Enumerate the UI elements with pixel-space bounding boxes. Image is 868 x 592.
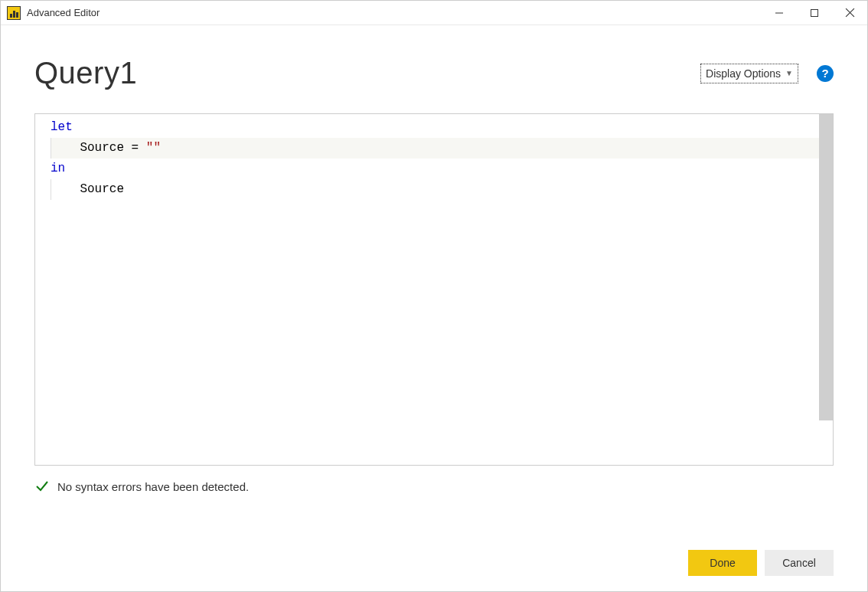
header-row: Query1 Display Options ▼ ?: [34, 56, 834, 90]
code-line[interactable]: Source = "": [51, 138, 827, 159]
app-icon: [7, 6, 21, 20]
maximize-button[interactable]: [797, 1, 832, 25]
minimize-button[interactable]: [762, 1, 797, 25]
help-icon[interactable]: ?: [817, 65, 834, 82]
window-title: Advanced Editor: [27, 7, 762, 18]
status-message: No syntax errors have been detected.: [57, 480, 249, 493]
svg-rect-1: [811, 9, 818, 16]
done-button[interactable]: Done: [688, 550, 757, 576]
titlebar: Advanced Editor: [1, 1, 867, 25]
vertical-scrollbar[interactable]: [819, 114, 833, 420]
status-row: No syntax errors have been detected.: [34, 478, 834, 496]
display-options-label: Display Options: [706, 67, 781, 80]
cancel-button[interactable]: Cancel: [765, 550, 834, 576]
display-options-dropdown[interactable]: Display Options ▼: [700, 64, 798, 83]
window-controls: [762, 1, 867, 25]
code-line[interactable]: in: [51, 159, 827, 179]
code-line[interactable]: Source: [51, 179, 827, 200]
code-editor[interactable]: let Source = ""in Source: [34, 113, 834, 466]
footer: Done Cancel: [34, 530, 834, 576]
close-button[interactable]: [832, 1, 867, 25]
header-right: Display Options ▼ ?: [700, 64, 834, 83]
checkmark-icon: [34, 478, 50, 496]
page-title: Query1: [34, 56, 137, 90]
code-line[interactable]: let: [51, 117, 827, 138]
chevron-down-icon: ▼: [785, 69, 793, 77]
content-area: Query1 Display Options ▼ ? let Source = …: [1, 25, 867, 591]
